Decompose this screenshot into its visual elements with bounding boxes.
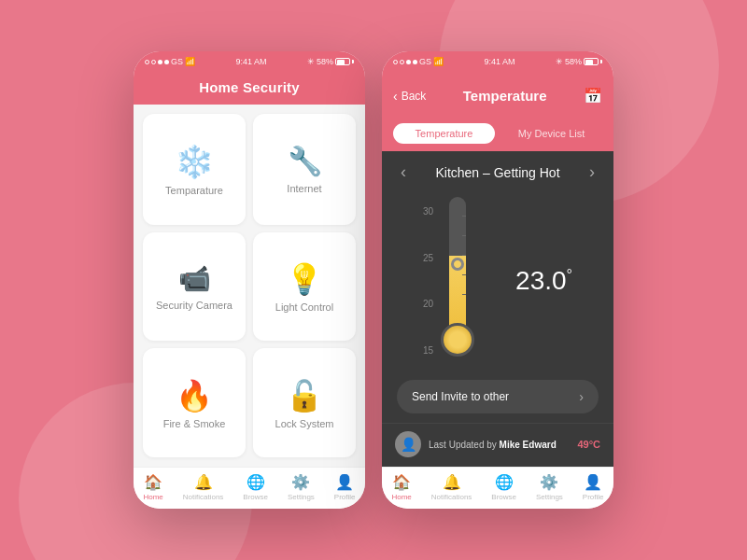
nav-label-browse-1: Browse (243, 493, 268, 501)
battery-tip-1 (352, 60, 354, 63)
signal-dot-2 (151, 60, 156, 64)
nav-browse-1[interactable]: 🌐 Browse (243, 473, 268, 501)
bell-icon-1: 🔔 (194, 473, 213, 491)
nav-profile-2[interactable]: 👤 Profile (583, 473, 604, 501)
home-icon-1: 🏠 (144, 473, 162, 491)
nav-label-notifications-2: Notifications (431, 493, 472, 501)
main-content-1: ❄️ Temparature 🔧 Internet 📹 Security Cam… (134, 105, 365, 467)
home-icon-2: 🏠 (392, 473, 411, 491)
send-invite-button[interactable]: Send Invite to other › (397, 380, 599, 413)
scale-25: 25 (423, 253, 433, 263)
tick-2 (462, 235, 466, 236)
lock-icon: 🔓 (286, 381, 323, 411)
time-label-1: 9:41 AM (235, 57, 266, 66)
person-icon-1: 👤 (335, 473, 354, 491)
thermometer-wrapper (441, 197, 474, 365)
grid-item-lock-system[interactable]: 🔓 Lock System (253, 348, 356, 457)
invite-arrow-icon: › (579, 389, 584, 404)
tick-1 (462, 216, 466, 217)
scale-labels: 30 25 20 15 (423, 206, 433, 356)
signal-dot-4 (164, 60, 169, 64)
fire-icon: 🔥 (176, 381, 213, 411)
bottom-nav-2: 🏠 Home 🔔 Notifications 🌐 Browse ⚙️ Setti… (382, 467, 613, 509)
kitchen-title: Kitchen – Getting Hot (435, 165, 559, 180)
globe-icon-1: 🌐 (247, 473, 265, 491)
back-button[interactable]: ‹ Back (393, 89, 426, 104)
battery-tip-2 (600, 60, 602, 63)
battery-2: ✳ 58% (556, 57, 602, 66)
last-updated-bar: 👤 Last Updated by Mike Edward 49°C (382, 423, 613, 467)
signal-dot2-1 (393, 60, 398, 64)
signal-label: GS (171, 57, 183, 66)
tick-4 (462, 274, 466, 275)
battery-body-2 (584, 58, 599, 65)
grid-item-temperature[interactable]: ❄️ Temparature (143, 114, 246, 225)
user-avatar: 👤 (395, 431, 421, 457)
last-updated-prefix: Last Updated by (429, 440, 497, 450)
battery-label-1: 58% (317, 57, 333, 66)
grid-label-security-camera: Security Camera (156, 300, 233, 311)
signal-dot-1 (145, 60, 149, 64)
battery-label-2: 58% (565, 57, 582, 66)
nav-notifications-1[interactable]: 🔔 Notifications (183, 473, 224, 501)
battery-fill-2 (585, 60, 593, 65)
grid-label-internet: Internet (287, 183, 321, 194)
bluetooth-icon: ✳ (307, 57, 315, 66)
invite-label: Send Invite to other (412, 390, 509, 403)
wifi-icon: 📶 (185, 57, 195, 66)
battery-fill-1 (337, 60, 345, 65)
bulb-icon: 💡 (286, 264, 323, 294)
battery-1: ✳ 58% (307, 57, 354, 66)
temp-unit: ° (567, 267, 572, 283)
calendar-icon[interactable]: 📅 (584, 87, 602, 105)
next-arrow-btn[interactable]: › (589, 162, 595, 182)
thermo-bulb (441, 323, 474, 357)
invite-section: Send Invite to other › (382, 372, 613, 423)
gear-icon-2: ⚙️ (540, 473, 558, 491)
scale-20: 20 (423, 299, 433, 309)
nav-label-browse-2: Browse (491, 493, 516, 501)
tick-5 (462, 294, 466, 295)
grid-item-security-camera[interactable]: 📹 Security Camera (143, 232, 246, 342)
nav-notifications-2[interactable]: 🔔 Notifications (431, 473, 472, 501)
tab-temperature[interactable]: Temperature (393, 123, 495, 144)
prev-arrow-btn[interactable]: ‹ (401, 162, 406, 182)
tabs-container: Temperature My Device List (382, 123, 613, 151)
nav-settings-1[interactable]: ⚙️ Settings (288, 473, 315, 501)
tab-device-list[interactable]: My Device List (500, 123, 602, 144)
phone-home-security: GS 📶 9:41 AM ✳ 58% Home Security ❄️ (134, 51, 365, 509)
signal-dot2-4 (413, 60, 417, 64)
grid-item-internet[interactable]: 🔧 Internet (253, 114, 356, 225)
bell-icon-2: 🔔 (443, 473, 461, 491)
person-icon-2: 👤 (584, 473, 602, 491)
nav-settings-2[interactable]: ⚙️ Settings (536, 473, 563, 501)
scale-15: 15 (423, 345, 433, 356)
kitchen-nav: ‹ Kitchen – Getting Hot › (382, 151, 613, 189)
header-back-row: ‹ Back Temperature 📅 (382, 79, 613, 114)
grid-item-fire-smoke[interactable]: 🔥 Fire & Smoke (143, 348, 246, 457)
signal-label-2: GS (419, 57, 431, 66)
nav-profile-1[interactable]: 👤 Profile (334, 473, 356, 501)
bluetooth-icon-2: ✳ (556, 57, 563, 66)
tick-3 (462, 255, 466, 256)
thermometer-area: 30 25 20 15 (382, 189, 613, 372)
page-title-1: Home Security (134, 79, 365, 95)
globe-icon-2: 🌐 (495, 473, 514, 491)
nav-home-1[interactable]: 🏠 Home (143, 473, 162, 501)
back-arrow-icon: ‹ (393, 89, 398, 104)
phones-container: GS 📶 9:41 AM ✳ 58% Home Security ❄️ (134, 51, 613, 509)
thermo-level-indicator (451, 258, 464, 271)
nav-label-home-1: Home (143, 493, 162, 501)
grid-item-light-control[interactable]: 💡 Light Control (253, 232, 356, 342)
signal-dot2-3 (406, 60, 411, 64)
feature-grid: ❄️ Temparature 🔧 Internet 📹 Security Cam… (134, 105, 365, 467)
nav-label-settings-2: Settings (536, 493, 563, 501)
temp-main-content: ‹ Kitchen – Getting Hot › 30 25 20 15 (382, 151, 613, 467)
wifi-icon-2: 📶 (433, 57, 444, 66)
nav-home-2[interactable]: 🏠 Home (391, 473, 411, 501)
grid-label-fire-smoke: Fire & Smoke (163, 418, 226, 429)
hot-temp-badge: 49°C (577, 439, 600, 450)
internet-icon: 🔧 (288, 147, 322, 175)
nav-browse-2[interactable]: 🌐 Browse (491, 473, 516, 501)
status-bar-2: GS 📶 9:41 AM ✳ 58% (382, 51, 613, 72)
